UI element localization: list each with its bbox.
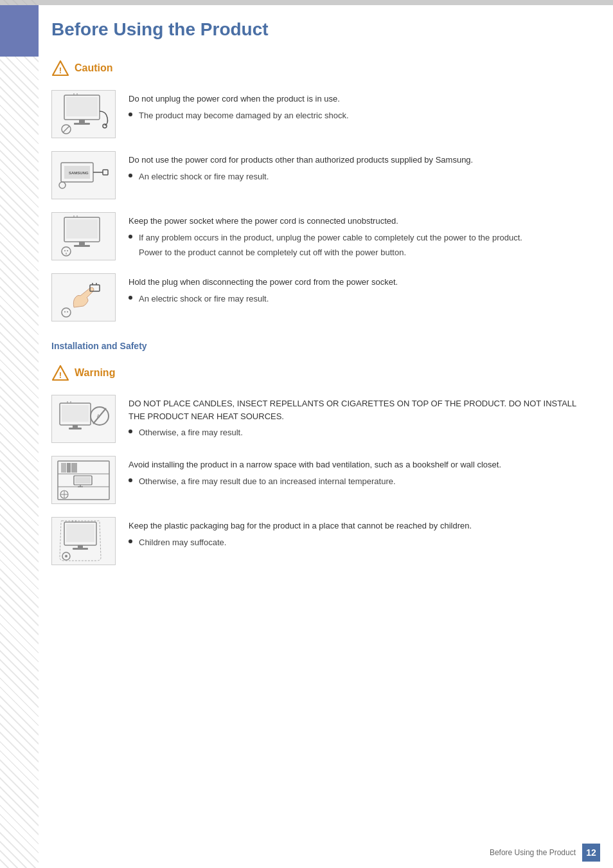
footer-text: Before Using the Product <box>490 848 576 857</box>
warning-item-3-bullet-text: Children may suffocate. <box>139 536 226 549</box>
svg-rect-48 <box>75 477 91 484</box>
svg-point-25 <box>67 250 68 251</box>
footer: Before Using the Product 12 <box>490 844 600 862</box>
svg-point-31 <box>64 311 66 312</box>
caution-image-4 <box>51 273 116 321</box>
svg-point-64 <box>65 555 67 557</box>
warning-section: ! Warning 🕯 <box>51 364 587 565</box>
svg-rect-16 <box>103 170 108 175</box>
svg-rect-21 <box>79 242 85 245</box>
warning-icon: ! <box>51 364 69 382</box>
page-title: Before Using the Product <box>51 13 587 40</box>
caution-item-4-bullet-text: An electric shock or fire may result. <box>139 293 269 305</box>
caution-item-3-text: Keep the power socket where the power co… <box>129 212 587 259</box>
warning-item-2-bullet-text: Otherwise, a fire may result due to an i… <box>139 475 396 488</box>
warning-item-1-bullet: Otherwise, a fire may result. <box>129 426 587 439</box>
svg-point-24 <box>64 250 66 251</box>
svg-rect-53 <box>71 463 77 473</box>
warning-item-3-bullet: Children may suffocate. <box>129 536 587 549</box>
svg-rect-62 <box>73 548 88 550</box>
caution-item-3: Keep the power socket where the power co… <box>51 212 587 260</box>
svg-text:!: ! <box>59 370 62 380</box>
svg-text:SAMSUNG: SAMSUNG <box>69 171 89 175</box>
warning-item-1: 🕯 DO NOT PLACE CANDLES, INSECT REPELLANT… <box>51 395 587 443</box>
bullet-dot <box>129 113 132 116</box>
caution-item-1-main: Do not unplug the power cord when the pr… <box>129 93 587 105</box>
bullet-dot <box>129 235 132 239</box>
warning-item-3: Keep the plastic packaging bag for the p… <box>51 517 587 565</box>
warning-image-1: 🕯 <box>51 395 116 443</box>
page-number: 12 <box>582 844 600 862</box>
caution-item-2-bullet-text: An electric shock or fire may result. <box>139 170 269 183</box>
svg-rect-18 <box>66 219 98 239</box>
caution-label: Caution <box>75 62 113 74</box>
svg-rect-6 <box>79 120 85 123</box>
svg-rect-58 <box>66 524 94 542</box>
caution-item-2-text: Do not use the power cord for products o… <box>129 151 587 183</box>
caution-item-3-bullet: If any problem occurs in the product, un… <box>129 231 587 244</box>
caution-label-row: ! Caution <box>51 59 587 77</box>
caution-icon: ! <box>51 59 69 77</box>
svg-point-14 <box>59 182 66 188</box>
left-stripe <box>0 0 39 868</box>
installation-heading: Installation and Safety <box>51 341 587 351</box>
caution-item-1-bullet-text: The product may become damaged by an ele… <box>139 109 349 122</box>
svg-rect-3 <box>66 97 98 116</box>
caution-item-2: SAMSUNG Do not use the power cord for pr… <box>51 151 587 199</box>
warning-item-2: Avoid installing the product in a narrow… <box>51 456 587 504</box>
caution-item-4: Hold the plug when disconnecting the pow… <box>51 273 587 321</box>
caution-image-1 <box>51 90 116 138</box>
blue-accent <box>0 5 39 57</box>
warning-item-1-main: DO NOT PLACE CANDLES, INSECT REPELLANTS … <box>129 397 587 422</box>
top-bar <box>0 0 613 5</box>
caution-item-1: Do not unplug the power cord when the pr… <box>51 90 587 138</box>
caution-item-3-main: Keep the power socket where the power co… <box>129 215 587 228</box>
svg-rect-61 <box>78 545 83 548</box>
svg-rect-52 <box>67 463 71 473</box>
svg-text:🕯: 🕯 <box>96 413 101 419</box>
svg-rect-39 <box>73 425 78 428</box>
caution-item-4-bullet: An electric shock or fire may result. <box>129 293 587 305</box>
caution-item-2-bullet: An electric shock or fire may result. <box>129 170 587 183</box>
caution-section: ! Caution <box>51 59 587 321</box>
warning-item-3-text: Keep the plastic packaging bag for the p… <box>129 517 587 548</box>
warning-item-3-main: Keep the plastic packaging bag for the p… <box>129 520 587 532</box>
warning-item-2-main: Avoid installing the product in a narrow… <box>129 458 587 471</box>
warning-image-3 <box>51 517 116 565</box>
warning-image-2 <box>51 456 116 504</box>
svg-text:!: ! <box>59 66 62 75</box>
svg-rect-40 <box>69 428 82 429</box>
caution-image-3 <box>51 212 116 260</box>
caution-item-3-bullet-text: If any problem occurs in the product, un… <box>139 231 522 244</box>
svg-line-10 <box>63 126 69 132</box>
caution-item-2-main: Do not use the power cord for products o… <box>129 154 587 167</box>
svg-point-8 <box>103 124 107 128</box>
bullet-dot <box>129 478 132 482</box>
warning-item-2-text: Avoid installing the product in a narrow… <box>129 456 587 487</box>
bullet-dot <box>129 539 132 543</box>
bullet-dot <box>129 174 132 177</box>
caution-item-1-text: Do not unplug the power cord when the pr… <box>129 90 587 122</box>
svg-rect-7 <box>74 123 90 125</box>
warning-label-row: ! Warning <box>51 364 587 382</box>
svg-point-32 <box>67 311 68 312</box>
caution-item-3-note: Power to the product cannot be completel… <box>139 246 587 259</box>
bullet-dot <box>129 429 132 433</box>
warning-item-2-bullet: Otherwise, a fire may result due to an i… <box>129 475 587 488</box>
warning-label: Warning <box>75 367 115 379</box>
caution-item-4-text: Hold the plug when disconnecting the pow… <box>129 273 587 305</box>
caution-image-2: SAMSUNG <box>51 151 116 199</box>
svg-rect-22 <box>74 245 90 247</box>
caution-item-4-main: Hold the plug when disconnecting the pow… <box>129 276 587 289</box>
warning-item-1-text: DO NOT PLACE CANDLES, INSECT REPELLANTS … <box>129 395 587 439</box>
svg-rect-36 <box>62 405 89 422</box>
svg-point-30 <box>62 308 71 317</box>
bullet-dot <box>129 296 132 300</box>
caution-item-1-bullet: The product may become damaged by an ele… <box>129 109 587 122</box>
warning-item-1-bullet-text: Otherwise, a fire may result. <box>139 426 243 439</box>
svg-rect-51 <box>61 463 66 473</box>
